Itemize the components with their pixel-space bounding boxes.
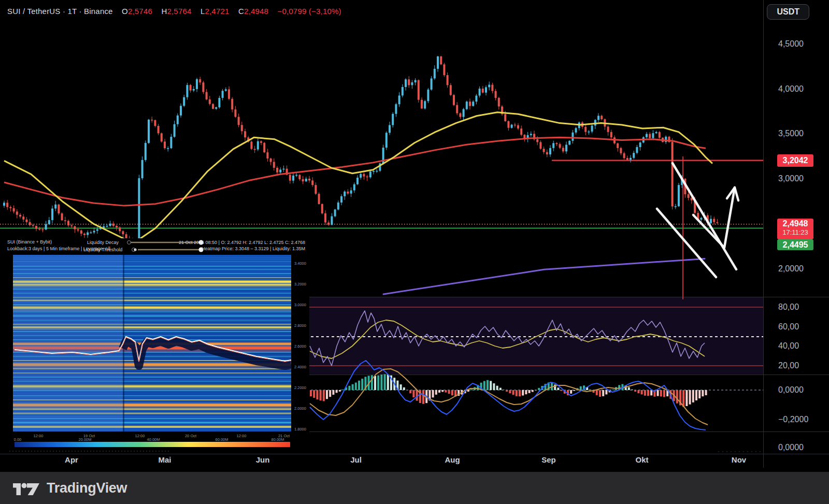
heatmap-time-label: 12:00 xyxy=(231,434,252,438)
time-axis-month: Apr xyxy=(63,455,80,464)
macd-axis-tick: −0,2000 xyxy=(778,415,808,424)
tradingview-chart-window: SUI / TetherUS · 1T · Binance O2,5746 H2… xyxy=(0,0,829,504)
price-axis-tick: 3,0000 xyxy=(778,174,804,183)
rsi-axis-tick: 20,00 xyxy=(778,361,799,370)
symbol-title: SUI / TetherUS · 1T · Binance xyxy=(7,7,113,16)
threshold-slider-label: Liquidity Threshold xyxy=(83,247,122,252)
footer-bar: TradingView xyxy=(0,472,829,504)
price-axis-tick: 4,0000 xyxy=(778,84,804,94)
time-axis-month: Nov xyxy=(731,455,747,464)
colorbar-scale-label: 60.00M xyxy=(210,437,233,442)
rsi-axis-tick: 40,00 xyxy=(778,341,799,351)
heatmap-price-label: 3.4000 xyxy=(294,261,306,266)
tradingview-brand-text[interactable]: TradingView xyxy=(47,480,127,496)
time-axis-month: Jun xyxy=(254,455,271,464)
price-badge-32042: 3,2042 xyxy=(777,154,813,167)
symbol-header[interactable]: SUI / TetherUS · 1T · Binance O2,5746 H2… xyxy=(7,7,341,16)
time-axis-month: Jul xyxy=(348,455,364,464)
heatmap-price-label: 2.8000 xyxy=(294,323,306,328)
ohlc-low: L2,4721 xyxy=(201,7,230,16)
heatmap-canvas[interactable] xyxy=(0,238,309,450)
colorbar-scale-label: 80.00M xyxy=(266,437,289,442)
tradingview-logo-icon[interactable] xyxy=(11,478,41,498)
ohlc-high: H2,5764 xyxy=(161,7,191,16)
time-axis-month: Okt xyxy=(634,455,650,464)
price-change: −0,0799 (−3,10%) xyxy=(277,7,341,16)
colorbar-scale-label: 0.00 xyxy=(6,437,29,442)
heatmap-price-label: 3.0000 xyxy=(294,303,306,307)
heatmap-price-label: 1.8000 xyxy=(294,427,306,431)
decay-slider-label: Liquidity Decay xyxy=(87,240,119,245)
liquidity-heatmap-overlay: SUI (Binance + Bybit) Lookback:3 days | … xyxy=(0,238,309,450)
heatmap-time-label: 20 Oct xyxy=(180,434,201,438)
rsi-axis-tick: 80,00 xyxy=(778,303,799,312)
pane3-axis-tick: 0,0000 xyxy=(778,443,804,452)
colorbar-scale-label: 40.00M xyxy=(142,437,165,442)
currency-toggle-button[interactable]: USDT xyxy=(767,4,809,20)
heatmap-price-label: 2.2000 xyxy=(294,385,306,390)
price-axis-tick: 2,0000 xyxy=(778,264,804,273)
heatmap-price-label: 2.6000 xyxy=(294,344,306,349)
overlay-ohlc-readout: 21 Oct 2025 08:50 | O: 2.4792 H: 2.4792 … xyxy=(179,240,305,245)
overlay-symbol: SUI (Binance + Bybit) xyxy=(7,239,52,244)
price-badge-24495: 2,4495 xyxy=(777,239,813,250)
heatmap-price-label: 2.4000 xyxy=(294,365,306,369)
overlay-heatmap-readout: Heatmap Price: 3.3048 – 3.3129 | Liquidi… xyxy=(202,246,305,251)
heatmap-time-label: 12:00 xyxy=(28,434,49,438)
macd-axis-tick: 0,0000 xyxy=(778,385,804,395)
heatmap-price-label: 3.2000 xyxy=(294,282,306,286)
colorbar-scale-label: 20.00M xyxy=(74,437,96,442)
ohlc-open: O2,5746 xyxy=(122,7,152,16)
price-axis-tick: 4,5000 xyxy=(778,39,804,49)
price-badge-24948: 2,494817:11:23 xyxy=(777,219,813,239)
ohlc-close: C2,4948 xyxy=(238,7,268,16)
rsi-axis-tick: 60,00 xyxy=(778,322,799,332)
liquidity-colorbar xyxy=(15,442,290,447)
time-axis-month: Sep xyxy=(540,455,557,464)
time-axis-month: Aug xyxy=(444,455,461,464)
heatmap-price-label: 2.0000 xyxy=(294,406,306,411)
price-axis-tick: 3,5000 xyxy=(778,129,804,138)
time-axis-month: Mai xyxy=(156,455,173,464)
